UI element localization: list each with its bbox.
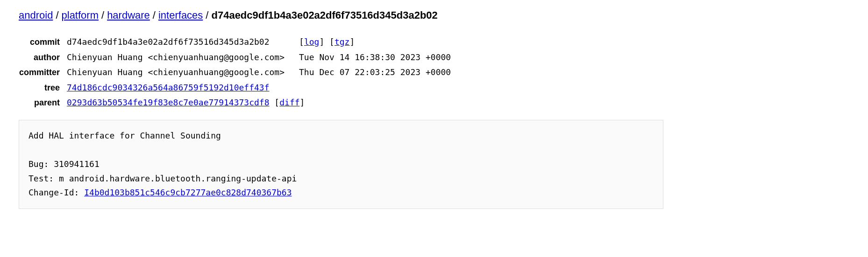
tree-link[interactable]: 74d186cdc9034326a564a86759f5192d10eff43f [67,83,269,92]
commit-hash: d74aedc9df1b4a3e02a2df6f73516d345d3a2b02 [66,35,299,50]
author-date: Tue Nov 14 16:38:30 2023 +0000 [299,50,465,65]
author-value: Chienyuan Huang <chienyuanhuang@google.c… [66,50,299,65]
breadcrumb-sep: / [203,9,211,21]
parent-label: parent [19,95,66,111]
breadcrumb: android/platform/hardware/interfaces/d74… [19,9,849,21]
committer-label: committer [19,65,66,80]
commit-message: Add HAL interface for Channel Sounding B… [19,120,663,209]
committer-row: committer Chienyuan Huang <chienyuanhuan… [19,65,465,80]
changeid-link[interactable]: I4b0d103b851c546c9cb7277ae0c828d740367b6… [84,188,292,197]
tgz-link[interactable]: tgz [334,37,350,47]
breadcrumb-link-android[interactable]: android [19,9,53,21]
commit-row: commit d74aedc9df1b4a3e02a2df6f73516d345… [19,35,465,50]
breadcrumb-sep: / [53,9,61,21]
tree-row: tree 74d186cdc9034326a564a86759f5192d10e… [19,80,465,96]
diff-link[interactable]: diff [279,97,299,107]
commit-message-test: Test: m android.hardware.bluetooth.rangi… [28,174,297,183]
breadcrumb-sep: / [99,9,107,21]
committer-date: Thu Dec 07 22:03:25 2023 +0000 [299,65,465,80]
commit-label: commit [19,35,66,50]
committer-value: Chienyuan Huang <chienyuanhuang@google.c… [66,65,299,80]
breadcrumb-link-interfaces[interactable]: interfaces [158,9,203,21]
breadcrumb-link-hardware[interactable]: hardware [107,9,150,21]
commit-message-bug: Bug: 310941161 [28,159,100,169]
parent-row: parent 0293d63b50534fe19f83e8c7e0ae77914… [19,95,465,111]
commit-actions: [log] [tgz] [299,35,465,50]
breadcrumb-sep: / [150,9,158,21]
author-label: author [19,50,66,65]
tree-label: tree [19,80,66,96]
breadcrumb-current: d74aedc9df1b4a3e02a2df6f73516d345d3a2b02 [211,9,437,21]
breadcrumb-link-platform[interactable]: platform [62,9,99,21]
commit-message-changeid-prefix: Change-Id: [28,188,84,197]
parent-link[interactable]: 0293d63b50534fe19f83e8c7e0ae77914373cdf8 [67,97,269,107]
commit-message-title: Add HAL interface for Channel Sounding [28,131,221,140]
author-row: author Chienyuan Huang <chienyuanhuang@g… [19,50,465,65]
log-link[interactable]: log [304,37,320,47]
commit-metadata-table: commit d74aedc9df1b4a3e02a2df6f73516d345… [19,35,465,111]
